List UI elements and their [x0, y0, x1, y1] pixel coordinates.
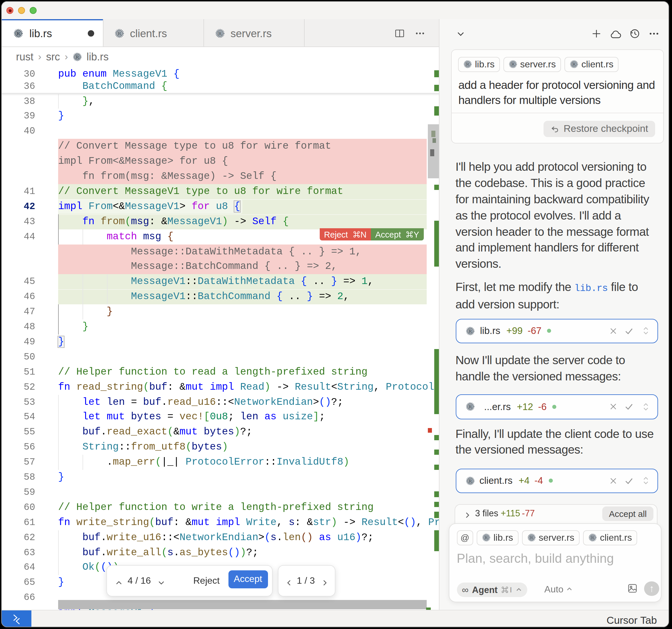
svg-text:R: R: [117, 31, 121, 36]
svg-text:R: R: [466, 62, 470, 67]
svg-text:R: R: [573, 62, 576, 67]
svg-text:R: R: [218, 31, 222, 36]
svg-text:R: R: [591, 535, 594, 540]
svg-text:R: R: [530, 535, 533, 540]
svg-text:R: R: [16, 31, 20, 36]
svg-text:R: R: [468, 478, 472, 483]
svg-text:R: R: [468, 404, 472, 410]
svg-text:R: R: [468, 328, 472, 334]
svg-text:R: R: [511, 62, 515, 67]
svg-text:R: R: [76, 54, 79, 60]
svg-text:R: R: [484, 535, 488, 540]
